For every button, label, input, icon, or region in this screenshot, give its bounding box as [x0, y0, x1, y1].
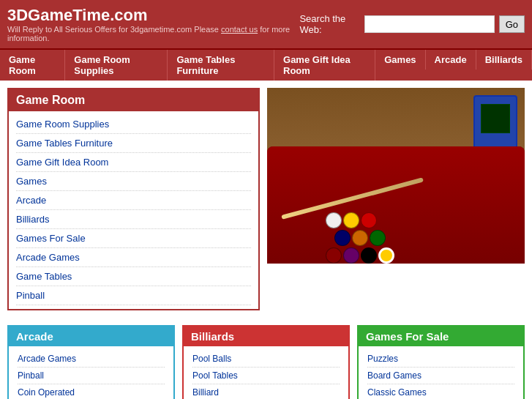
pool-felt-decoration [267, 146, 525, 264]
game-room-link[interactable]: Game Tables Furniture [16, 134, 251, 152]
list-item: Classic Games [367, 384, 514, 399]
billiards-link[interactable]: Billiard [192, 384, 340, 399]
bottom-sections: Arcade Arcade GamesPinballCoin OperatedF… [0, 318, 532, 399]
nav-list: Game Room Game Room Supplies Game Tables… [0, 50, 532, 81]
arcade-links: Arcade GamesPinballCoin OperatedFoosball… [9, 346, 173, 399]
games-for-sale-link[interactable]: Puzzles [367, 351, 514, 367]
nav-link-billiards[interactable]: Billiards [476, 50, 532, 70]
nav-link-arcade[interactable]: Arcade [426, 50, 476, 70]
arcade-link[interactable]: Pinball [18, 368, 165, 384]
nav-link-furniture[interactable]: Game Tables Furniture [168, 50, 274, 81]
search-input[interactable] [364, 15, 495, 33]
games-for-sale-card-title: Games For Sale [359, 327, 523, 346]
search-label: Search the Web: [299, 13, 359, 35]
list-item: Billiard [192, 384, 340, 399]
contact-link[interactable]: contact us [221, 25, 258, 34]
nav-link-gift-room[interactable]: Game Gift Idea Room [274, 50, 375, 81]
billiards-link[interactable]: Pool Balls [192, 351, 340, 367]
list-item: Coin Operated [18, 384, 165, 399]
logo-area: 3DGameTime.com Will Reply to All Serious… [7, 6, 299, 42]
billiards-card-title: Billiards [184, 327, 348, 346]
list-item: Puzzles [367, 351, 514, 368]
list-item: Games [16, 172, 251, 191]
navbar: Game Room Game Room Supplies Game Tables… [0, 48, 532, 81]
game-room-link[interactable]: Games [16, 172, 251, 190]
arcade-card-title: Arcade [9, 327, 173, 346]
nav-item-games: Games [375, 50, 425, 81]
list-item: Game Tables [16, 267, 251, 286]
nav-item-arcade: Arcade [426, 50, 476, 81]
nav-item-gift-room: Game Gift Idea Room [274, 50, 375, 81]
search-area: Search the Web: Go [299, 13, 525, 35]
site-title: 3DGameTime.com [7, 6, 299, 25]
game-room-link[interactable]: Billiards [16, 210, 251, 228]
list-item: Game Tables Furniture [16, 134, 251, 153]
billiards-links: Pool BallsPool TablesBilliardBilliards A… [184, 346, 348, 399]
nav-link-games[interactable]: Games [375, 50, 425, 70]
game-room-link[interactable]: Game Gift Idea Room [16, 153, 251, 171]
list-item: Pinball [18, 368, 165, 384]
list-item: Arcade [16, 191, 251, 210]
list-item: Board Games [367, 368, 514, 384]
header: 3DGameTime.com Will Reply to All Serious… [0, 0, 532, 48]
list-item: Games For Sale [16, 229, 251, 248]
games-for-sale-links: PuzzlesBoard GamesClassic GamesPlaystati… [359, 346, 523, 399]
nav-item-supplies: Game Room Supplies [65, 50, 168, 81]
list-item: Pool Tables [192, 368, 340, 384]
list-item: Game Gift Idea Room [16, 153, 251, 172]
game-room-panel: Game Room Game Room SuppliesGame Tables … [7, 88, 260, 310]
game-room-link[interactable]: Pinball [16, 286, 251, 305]
nav-link-supplies[interactable]: Game Room Supplies [65, 50, 168, 81]
game-room-link[interactable]: Game Room Supplies [16, 115, 251, 133]
go-button[interactable]: Go [499, 15, 525, 33]
game-room-link[interactable]: Game Tables [16, 267, 251, 286]
list-item: Pool Balls [192, 351, 340, 368]
list-item: Arcade Games [18, 351, 165, 368]
main-content: Game Room Game Room SuppliesGame Tables … [0, 81, 532, 399]
arcade-screen-decoration [481, 104, 510, 133]
list-item: Game Room Supplies [16, 115, 251, 134]
list-item: Arcade Games [16, 248, 251, 267]
games-for-sale-card: Games For Sale PuzzlesBoard GamesClassic… [357, 325, 525, 399]
nav-item-game-room: Game Room [0, 50, 65, 81]
billiards-card: Billiards Pool BallsPool TablesBilliardB… [182, 325, 350, 399]
game-room-image-area [260, 88, 525, 310]
arcade-link[interactable]: Coin Operated [18, 384, 165, 399]
games-for-sale-link[interactable]: Board Games [367, 368, 514, 384]
arcade-link[interactable]: Arcade Games [18, 351, 165, 367]
game-room-link[interactable]: Arcade [16, 191, 251, 209]
game-room-section: Game Room Game Room SuppliesGame Tables … [0, 81, 532, 318]
game-room-title: Game Room [9, 89, 258, 111]
games-for-sale-link[interactable]: Classic Games [367, 384, 514, 399]
list-item: Billiards [16, 210, 251, 229]
game-room-link[interactable]: Games For Sale [16, 229, 251, 247]
nav-link-game-room[interactable]: Game Room [0, 50, 65, 81]
pool-table-image [267, 88, 525, 264]
list-item: Pinball [16, 286, 251, 305]
game-room-link[interactable]: Arcade Games [16, 248, 251, 266]
nav-item-furniture: Game Tables Furniture [168, 50, 274, 81]
nav-item-billiards: Billiards [476, 50, 532, 81]
billiards-link[interactable]: Pool Tables [192, 368, 340, 384]
tagline: Will Reply to All Serious Offers for 3dg… [7, 25, 299, 42]
game-room-links: Game Room SuppliesGame Tables FurnitureG… [9, 111, 258, 309]
arcade-card: Arcade Arcade GamesPinballCoin OperatedF… [7, 325, 175, 399]
